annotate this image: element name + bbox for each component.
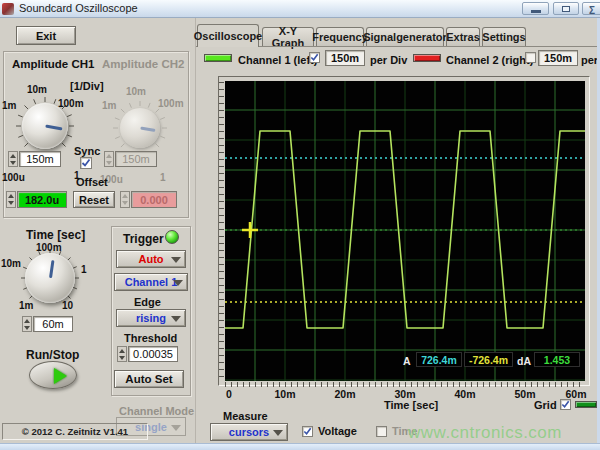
tab-extras[interactable]: Extras xyxy=(446,27,480,46)
threshold-value-field[interactable]: 0.00035 xyxy=(128,346,178,362)
x-tick-40m: 40m xyxy=(447,388,483,400)
minimize-button[interactable] xyxy=(522,2,549,15)
exit-button[interactable]: Exit xyxy=(16,26,76,45)
channel1-per-div-label: per Div xyxy=(370,54,407,66)
auto-set-button[interactable]: Auto Set xyxy=(114,370,184,388)
ch2-knob-label-100m: 100m xyxy=(158,98,184,109)
grid-label: Grid xyxy=(534,399,557,411)
trigger-edge-dropdown[interactable]: rising xyxy=(116,309,186,327)
time-knob[interactable] xyxy=(20,248,80,308)
ch2-knob-label-1m: 1m xyxy=(102,100,116,111)
trigger-source-value: Channel 1 xyxy=(125,276,178,288)
channel2-legend-label: Channel 2 (right) xyxy=(446,54,533,66)
edge-label: Edge xyxy=(134,296,161,308)
x-tick-20m: 20m xyxy=(327,388,363,400)
chevron-down-icon xyxy=(171,316,181,322)
delta-a-label: dA xyxy=(517,355,531,367)
minimize-icon xyxy=(531,10,541,13)
maximize-button[interactable] xyxy=(553,2,579,15)
tab-xy-graph[interactable]: X-Y Graph xyxy=(262,27,314,46)
ch1-knob-label-1m: 1m xyxy=(2,100,16,111)
grid-checkbox[interactable] xyxy=(560,399,571,410)
offset-ch1-stepper[interactable] xyxy=(6,191,16,208)
sync-checkbox[interactable] xyxy=(80,157,92,169)
time-knob-label-100m: 100m xyxy=(36,242,62,253)
time-value-field[interactable]: 60m xyxy=(33,316,73,332)
voltage-checkbox[interactable] xyxy=(302,426,313,437)
tab-signalgenerator[interactable]: Signalgenerator xyxy=(366,27,444,46)
ch2-knob-label-10m: 10m xyxy=(126,86,146,97)
measure-label: Measure xyxy=(223,410,268,422)
y-axis-minor-ticks xyxy=(219,82,224,380)
channel1-color-swatch xyxy=(204,54,232,62)
close-button[interactable]: Σ xyxy=(582,2,600,15)
title-bar: Soundcard Oszilloscope Σ xyxy=(0,0,600,18)
offset-ch2-stepper[interactable] xyxy=(120,191,130,208)
run-stop-button[interactable] xyxy=(29,361,77,389)
time-knob-label-1m: 1m xyxy=(19,300,33,311)
trigger-mode-value: Auto xyxy=(138,253,163,265)
offset-label: Offset xyxy=(76,176,108,188)
ch1-knob-label-10m: 10m xyxy=(27,84,47,95)
channel2-scale-field[interactable]: 150m xyxy=(538,50,578,66)
threshold-stepper[interactable] xyxy=(117,346,127,362)
threshold-label: Threshold xyxy=(124,332,177,344)
tab-settings[interactable]: Settings xyxy=(482,27,526,46)
measure-mode-value: cursors xyxy=(229,426,269,438)
chevron-down-icon xyxy=(171,257,181,263)
time-measure-checkbox[interactable] xyxy=(376,426,387,437)
delta-a-readout: 1.453 xyxy=(534,352,580,367)
watermark-text: www.cntronics.com xyxy=(408,423,562,443)
ch2-knob-label-1: 1 xyxy=(160,172,166,183)
maximize-icon xyxy=(562,6,570,12)
per-div-unit-label: [1/Div] xyxy=(70,80,104,92)
tab-oscilloscope[interactable]: Oscilloscope xyxy=(197,24,259,47)
left-control-panel: Exit Amplitude CH1 Amplitude CH2 [1/Div]… xyxy=(0,18,196,443)
window-title: Soundcard Oszilloscope xyxy=(19,2,138,14)
channel1-legend-label: Channel 1 (left) xyxy=(238,54,317,66)
close-icon: Σ xyxy=(589,5,595,16)
offset-ch1-value-field[interactable]: 182.0u xyxy=(17,191,67,208)
time-knob-label-10: 10 xyxy=(62,300,73,311)
channel1-enable-checkbox[interactable] xyxy=(309,52,320,63)
amplitude-ch2-value-field[interactable]: 150m xyxy=(115,151,157,167)
amplitude-ch2-stepper[interactable] xyxy=(104,151,114,167)
trigger-led xyxy=(165,230,179,244)
time-title: Time [sec] xyxy=(26,228,85,242)
chevron-down-icon xyxy=(273,430,283,436)
ch1-knob-label-100m: 100m xyxy=(58,98,84,109)
channel1-scale-field[interactable]: 150m xyxy=(325,50,365,66)
time-knob-label-1: 1 xyxy=(81,264,87,275)
copyright-bar: © 2012 C. Zeitnitz V1.41 xyxy=(2,423,148,440)
ch1-knob-label-100u: 100u xyxy=(2,172,25,183)
tab-frequency[interactable]: Frequency xyxy=(316,27,364,46)
time-stepper[interactable] xyxy=(22,316,32,332)
offset-ch2-value-field[interactable]: 0.000 xyxy=(131,191,177,208)
amplitude-ch1-value-field[interactable]: 150m xyxy=(19,151,61,167)
x-axis-title: Time [sec] xyxy=(384,399,438,411)
cursor-upper-readout: 726.4m xyxy=(416,352,462,367)
cursor-lower-readout: -726.4m xyxy=(464,352,513,367)
time-knob-label-10m: 10m xyxy=(1,258,21,269)
amplitude-ch2-title: Amplitude CH2 xyxy=(102,58,184,70)
chevron-down-icon xyxy=(173,280,183,286)
app-icon xyxy=(2,3,14,15)
amplitude-ch1-title: Amplitude CH1 xyxy=(12,58,94,70)
amplitude-ch1-stepper[interactable] xyxy=(8,151,18,167)
sync-label: Sync xyxy=(74,145,100,157)
x-tick-0: 0 xyxy=(211,388,247,400)
play-icon xyxy=(54,368,67,384)
voltage-label: Voltage xyxy=(318,425,357,437)
chevron-down-icon xyxy=(171,425,181,431)
trigger-mode-dropdown[interactable]: Auto xyxy=(116,250,186,268)
channel2-enable-checkbox[interactable] xyxy=(525,52,536,63)
app-window: Soundcard Oszilloscope Σ Exit Amplitude … xyxy=(0,0,600,450)
x-tick-10m: 10m xyxy=(267,388,303,400)
measure-mode-dropdown[interactable]: cursors xyxy=(210,423,288,441)
channel-mode-label: Channel Mode xyxy=(119,405,194,417)
cursor-a-label: A xyxy=(403,355,411,367)
run-stop-label: Run/Stop xyxy=(26,348,79,362)
offset-reset-button[interactable]: Reset xyxy=(73,191,115,208)
scope-plot-area[interactable] xyxy=(225,81,585,381)
trigger-source-dropdown[interactable]: Channel 1 xyxy=(114,273,188,291)
